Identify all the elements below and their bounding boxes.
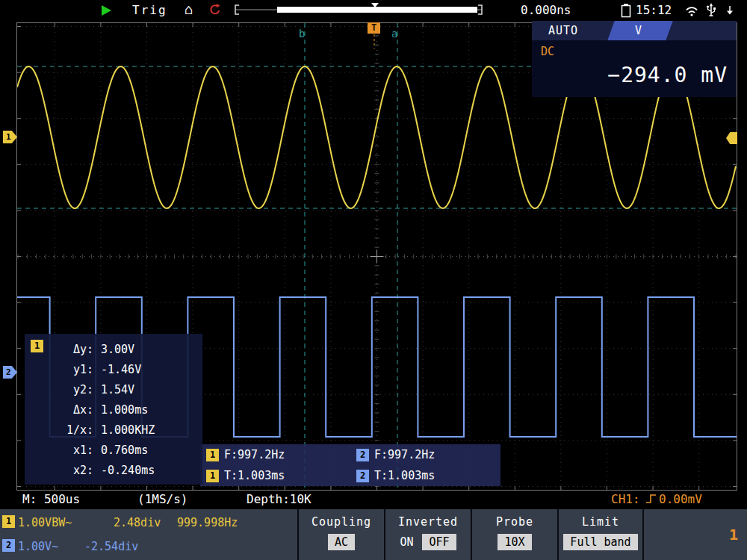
cursor-row: y1:-1.46V — [52, 359, 155, 379]
top-status-bar: Trig ⌂ 0.000ns 15:12 — [0, 0, 747, 21]
ch1-scale: 1.00VBW~ — [18, 516, 72, 529]
cursor-row-label: Δy: — [52, 343, 93, 356]
ch1-badge: 1 — [2, 515, 15, 528]
depth-readout: Depth:10K — [247, 492, 311, 506]
cursor-row-value: -1.46V — [101, 363, 141, 376]
cursor-a-label: a — [391, 28, 397, 40]
ch2-position: -2.54div — [84, 540, 138, 553]
cursor-row-value: 1.000ms — [101, 403, 148, 417]
cursor-row-label: x2: — [52, 464, 93, 477]
menu-item-limit[interactable]: LimitFull band — [557, 509, 644, 560]
bottom-bar: 1 1.00VBW~ 2.48div 999.998Hz 2 1.00V~ -2… — [0, 509, 747, 560]
oscilloscope-screen: Trig ⌂ 0.000ns 15:12 — [0, 0, 747, 560]
cursor-row-label: y2: — [52, 383, 93, 396]
freq-measure-cell: 2F:997.2Hz — [350, 444, 500, 465]
cursor-row-label: 1/x: — [52, 423, 93, 437]
cursor-row-value: 3.00V — [101, 343, 134, 356]
trigger-status-label: Trig — [132, 3, 167, 17]
multimeter-header: AUTO V — [532, 21, 737, 40]
trigger-level-readout: 0.00mV — [659, 492, 702, 506]
freq-measure-cell: 1F:997.2Hz — [200, 444, 350, 465]
freq-measure-cell: 2T:1.003ms — [350, 465, 500, 486]
ch2-badge: 2 — [2, 539, 15, 552]
rising-edge-icon — [645, 493, 657, 505]
cursor-row: y2:1.54V — [52, 379, 155, 399]
status-bar: M: 500us (1MS/s) Depth:10K CH1: 0.00mV — [0, 490, 747, 509]
freq-measure-text: T:1.003ms — [374, 469, 435, 482]
menu-item-title: Limit — [559, 515, 642, 529]
battery-icon — [620, 3, 632, 18]
menu-page-indicator[interactable]: 1 — [729, 526, 738, 544]
cursor-b-label: b — [299, 28, 305, 40]
cursor-readout-rows: Δy:3.00Vy1:-1.46Vy2:1.54VΔx:1.000ms1/x:1… — [52, 339, 155, 480]
channel-badge: 2 — [356, 449, 369, 461]
cursor-row-value: 1.000KHZ — [101, 423, 155, 437]
tab-auto[interactable]: AUTO — [548, 24, 578, 37]
ch1-frequency: 999.998Hz — [177, 516, 238, 529]
cursor-row: x1:0.760ms — [52, 440, 155, 460]
trigger-time-readout: 0.000ns — [521, 3, 571, 17]
freq-measure-text: T:1.003ms — [224, 469, 285, 482]
ch1-position: 2.48div — [114, 516, 161, 529]
cursor-row-value: -0.240ms — [101, 464, 155, 477]
cursor-row-label: y1: — [52, 363, 93, 376]
soft-menu: CouplingACInvertedONOFFProbe10XLimitFull… — [297, 509, 644, 560]
menu-item-inverted[interactable]: InvertedONOFF — [384, 509, 471, 560]
menu-option[interactable]: OFF — [422, 534, 456, 550]
menu-item-title: Probe — [472, 515, 557, 529]
cursor-row: Δx:1.000ms — [52, 399, 155, 420]
cursor-row-value: 1.54V — [101, 383, 134, 396]
ch2-scale: 1.00V~ — [18, 540, 58, 553]
cursor-row: Δy:3.00V — [52, 339, 155, 359]
clock: 15:12 — [636, 3, 672, 17]
cursor-row: 1/x:1.000KHZ — [52, 420, 155, 440]
run-state-icon[interactable] — [102, 5, 111, 16]
menu-item-probe[interactable]: Probe10X — [471, 509, 557, 560]
freq-measure-text: F:997.2Hz — [224, 448, 285, 461]
menu-option[interactable]: ON — [400, 534, 413, 550]
ch1-position-marker[interactable]: 1 — [3, 131, 17, 143]
freq-measure-cell: 1T:1.003ms — [200, 465, 350, 486]
wifi-icon — [684, 5, 699, 16]
cursor-row: x2:-0.240ms — [52, 460, 155, 480]
channel-badge: 1 — [206, 470, 219, 482]
trigger-position-marker[interactable]: T — [368, 22, 380, 34]
tab-voltage[interactable]: V — [635, 24, 642, 37]
cursor-row-value: 0.760ms — [101, 444, 148, 457]
meter-value: −294.0 mV — [607, 63, 728, 87]
utility-icon[interactable] — [208, 3, 222, 16]
channel-info: 1 1.00VBW~ 2.48div 999.998Hz 2 1.00V~ -2… — [0, 509, 297, 560]
sample-rate-readout: (1MS/s) — [137, 492, 187, 506]
channel-badge: 2 — [356, 470, 369, 482]
freq-measure-text: F:997.2Hz — [374, 448, 435, 461]
timebase-readout: M: 500us — [22, 492, 80, 506]
meter-coupling-label: DC — [541, 45, 554, 58]
channel-badge: 1 — [31, 340, 43, 352]
menu-option[interactable]: Full band — [563, 534, 637, 550]
menu-item-title: Coupling — [299, 515, 384, 529]
horizontal-position-indicator[interactable] — [234, 3, 483, 18]
multimeter-panel: AUTO V DC −294.0 mV — [532, 21, 737, 97]
usb-icon — [705, 3, 717, 18]
menu-option[interactable]: 10X — [498, 534, 531, 550]
freq-measure-panel: 1F:997.2Hz2F:997.2Hz1T:1.003ms2T:1.003ms — [200, 444, 500, 486]
menu-option[interactable]: AC — [328, 534, 355, 550]
cursor-readout-panel: 1 Δy:3.00Vy1:-1.46Vy2:1.54VΔx:1.000ms1/x… — [25, 334, 202, 485]
menu-item-title: Inverted — [385, 515, 471, 529]
cursor-row-label: Δx: — [52, 403, 93, 417]
ch2-position-marker[interactable]: 2 — [3, 366, 17, 379]
channel-badge: 1 — [206, 449, 219, 461]
peripheral-icon — [725, 4, 735, 16]
home-icon[interactable]: ⌂ — [185, 1, 193, 17]
cursor-row-label: x1: — [52, 444, 93, 457]
menu-item-coupling[interactable]: CouplingAC — [297, 509, 384, 560]
trigger-source-readout: CH1: — [611, 492, 640, 506]
